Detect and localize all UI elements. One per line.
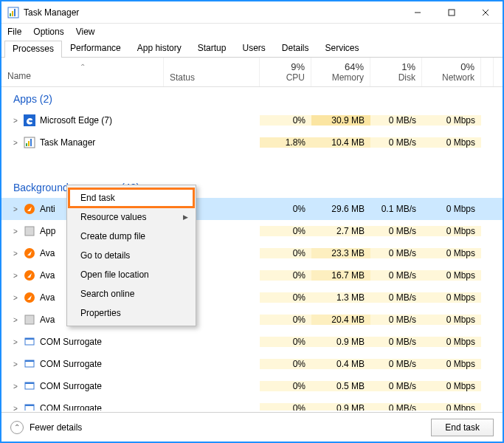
menu-view[interactable]: View [76,27,95,37]
tab-startup[interactable]: Startup [190,40,235,57]
process-name: COM Surrogate [40,337,102,347]
col-status[interactable]: Status [164,58,260,86]
close-button[interactable] [469,1,503,24]
network-cell: 0 Mbps [422,248,481,258]
cpu-cell: 0% [260,248,311,258]
app-icon [24,380,35,392]
process-row[interactable]: > COM Surrogate 0% 0.9 MB 0 MB/s 0 Mbps [1,397,503,411]
menu-file[interactable]: File [7,27,21,37]
app-icon [24,336,35,348]
app-icon [24,137,35,148]
tab-bar: Processes Performance App history Startu… [1,40,503,58]
cpu-cell: 0% [260,359,311,369]
process-name: Ava [40,315,55,325]
expand-icon[interactable]: > [12,272,19,280]
footer-bar: ⌃ Fewer details End task [1,412,503,442]
tab-processes[interactable]: Processes [4,41,62,58]
disk-cell: 0 MB/s [370,337,422,347]
app-icon [24,203,35,215]
tab-services[interactable]: Services [317,40,367,57]
ctx-create-dump-file[interactable]: Create dump file [69,227,194,246]
process-name-cell: > COM Surrogate [1,358,164,370]
cpu-cell: 0% [260,204,311,214]
window-title: Task Manager [24,7,79,18]
expand-icon[interactable]: > [12,250,19,258]
app-icon [24,292,35,303]
svg-rect-24 [25,382,34,384]
memory-cell: 20.4 MB [311,315,370,325]
col-name[interactable]: ⌃ Name [1,58,164,86]
process-row[interactable]: > COM Surrogate 0% 0.9 MB 0 MB/s 0 Mbps [1,331,503,353]
tab-users[interactable]: Users [234,40,273,57]
expand-icon[interactable]: > [12,382,19,391]
svg-rect-12 [30,139,32,146]
col-network[interactable]: 0% Network [422,58,481,86]
memory-cell: 0.5 MB [311,381,370,391]
process-name: Ava [40,292,55,303]
cpu-cell: 0% [260,292,311,303]
expand-icon[interactable]: > [12,405,19,411]
network-cell: 0 Mbps [422,270,481,281]
col-memory[interactable]: 64% Memory [311,58,370,86]
disk-cell: 0 MB/s [370,248,422,258]
minimize-button[interactable] [401,1,435,24]
ctx-search-online[interactable]: Search online [69,284,194,303]
cpu-cell: 0% [260,270,311,281]
network-cell: 0 Mbps [422,137,481,148]
expand-icon[interactable]: > [12,360,19,368]
tab-performance[interactable]: Performance [62,40,129,57]
fewer-details-toggle[interactable]: ⌃ Fewer details [10,421,82,434]
process-row[interactable]: > COM Surrogate 0% 0.5 MB 0 MB/s 0 Mbps [1,375,503,397]
expand-icon[interactable]: > [12,139,19,147]
process-row[interactable]: > Microsoft Edge (7) 0% 30.9 MB 0 MB/s 0… [1,109,503,131]
tab-details[interactable]: Details [274,40,317,57]
network-cell: 0 Mbps [422,381,481,391]
ctx-resource-values[interactable]: Resource values [69,207,194,227]
process-name-cell: > Task Manager [1,137,164,148]
memory-cell: 0.9 MB [311,403,370,411]
disk-cell: 0 MB/s [370,315,422,325]
sort-caret-icon: ⌃ [7,63,157,71]
app-icon [24,269,35,281]
app-icon [24,247,35,259]
menu-options[interactable]: Options [33,27,63,37]
ctx-properties[interactable]: Properties [69,303,194,323]
memory-cell: 29.6 MB [311,204,370,214]
process-name-cell: > COM Surrogate [1,402,164,411]
svg-rect-5 [449,10,455,16]
memory-cell: 23.3 MB [311,248,370,258]
network-cell: 0 Mbps [422,204,481,214]
network-cell: 0 Mbps [422,337,481,347]
process-name: Anti [40,204,55,214]
end-task-button[interactable]: End task [431,419,494,436]
process-name: Task Manager [40,137,95,148]
ctx-go-to-details[interactable]: Go to details [69,246,194,265]
process-name: Ava [40,270,55,281]
process-row[interactable]: > Task Manager 1.8% 10.4 MB 0 MB/s 0 Mbp… [1,131,503,154]
svg-rect-26 [25,405,34,406]
disk-cell: 0 MB/s [370,226,422,236]
expand-icon[interactable]: > [12,117,19,125]
ctx-end-task[interactable]: End task [69,188,194,207]
svg-rect-22 [25,360,34,362]
expand-icon[interactable]: > [12,316,19,324]
expand-icon[interactable]: > [12,205,19,213]
context-menu: End taskResource valuesCreate dump fileG… [66,185,196,326]
process-name: COM Surrogate [40,359,102,369]
expand-icon[interactable]: > [12,227,19,236]
disk-cell: 0 MB/s [370,381,422,391]
expand-icon[interactable]: > [12,294,19,302]
col-cpu[interactable]: 9% CPU [260,58,311,86]
process-row[interactable]: > COM Surrogate 0% 0.4 MB 0 MB/s 0 Mbps [1,353,503,375]
disk-cell: 0 MB/s [370,115,422,126]
disk-cell: 0 MB/s [370,270,422,281]
process-name: Microsoft Edge (7) [40,115,112,126]
network-cell: 0 Mbps [422,403,481,411]
maximize-button[interactable] [435,1,469,24]
ctx-open-file-location[interactable]: Open file location [69,265,194,284]
disk-cell: 0 MB/s [370,403,422,411]
tab-app-history[interactable]: App history [129,40,190,57]
expand-icon[interactable]: > [12,338,19,346]
app-icon [24,402,35,411]
col-disk[interactable]: 1% Disk [370,58,422,86]
